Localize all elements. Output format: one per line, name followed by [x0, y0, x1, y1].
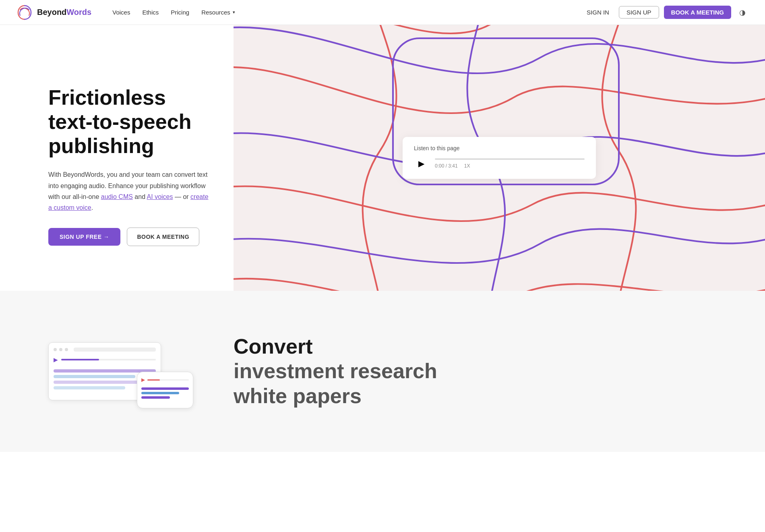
mobile-text-line-3 [141, 396, 170, 399]
browser-text-line-3 [54, 381, 146, 384]
browser-dot-1 [54, 348, 57, 351]
hero-right-visual: Listen to this page ▶ 0:00 / 3:41 1X [234, 25, 765, 291]
signup-free-button[interactable]: SIGN UP FREE → [48, 228, 120, 246]
hero-title: Frictionless text-to-speech publishing [48, 86, 209, 158]
browser-text-line-4 [54, 386, 125, 389]
logo-icon [16, 4, 33, 21]
convert-rest-line2: white papers [234, 383, 717, 408]
audio-time: 0:00 / 3:41 1X [435, 163, 585, 169]
nav-ethics[interactable]: Ethics [137, 6, 163, 18]
browser-top-bar [54, 348, 156, 352]
hero-section: Frictionless text-to-speech publishing W… [0, 25, 765, 291]
section2: ▶ ▶ [0, 291, 765, 452]
signin-button[interactable]: SIGN IN [582, 6, 614, 18]
audio-time-current: 0:00 / 3:41 [435, 163, 458, 169]
audio-player-title: Listen to this page [414, 145, 585, 151]
browser-url-bar [74, 348, 156, 352]
play-button[interactable]: ▶ [414, 156, 428, 171]
audio-cms-link[interactable]: audio CMS [101, 193, 133, 200]
signup-button[interactable]: SIGN UP [619, 6, 659, 19]
mobile-text-lines [141, 385, 189, 403]
browser-address-bar [74, 348, 156, 352]
browser-progress-bar [61, 359, 156, 360]
audio-speed[interactable]: 1X [464, 163, 470, 169]
nav-links: Voices Ethics Pricing Resources ▾ [108, 6, 582, 18]
section2-convert-line: Convert [234, 334, 717, 358]
navbar: BeyondWords Voices Ethics Pricing Resour… [0, 0, 765, 25]
nav-resources[interactable]: Resources ▾ [196, 6, 240, 18]
hero-buttons: SIGN UP FREE → BOOK A MEETING [48, 228, 209, 246]
chevron-down-icon: ▾ [233, 10, 235, 15]
browser-progress-fill [61, 359, 99, 360]
book-meeting-button[interactable]: BOOK A MEETING [664, 6, 731, 19]
audio-player-card: Listen to this page ▶ 0:00 / 3:41 1X [403, 137, 596, 179]
mobile-mockup: ▶ [137, 372, 193, 408]
logo-link[interactable]: BeyondWords [16, 4, 91, 21]
browser-play-icon[interactable]: ▶ [54, 356, 58, 363]
nav-voices[interactable]: Voices [108, 6, 135, 18]
audio-player-controls: ▶ 0:00 / 3:41 1X [414, 156, 585, 171]
section2-text: Convert investment research white papers [234, 334, 717, 409]
mobile-player-row: ▶ [141, 377, 189, 383]
audio-progress: 0:00 / 3:41 1X [435, 158, 585, 169]
convert-label: Convert [234, 335, 312, 358]
audio-progress-bar [435, 158, 585, 160]
mobile-text-line-2 [141, 392, 179, 394]
mobile-text-line-1 [141, 387, 189, 390]
browser-dot-3 [65, 348, 68, 351]
mobile-play-icon[interactable]: ▶ [141, 377, 145, 383]
browser-player-row: ▶ [54, 356, 156, 363]
mobile-progress-bar [147, 379, 189, 381]
nav-pricing[interactable]: Pricing [166, 6, 194, 18]
nav-right: SIGN IN SIGN UP BOOK A MEETING ◑ [582, 6, 749, 19]
section2-visual: ▶ ▶ [48, 342, 201, 400]
logo-text: BeyondWords [37, 8, 91, 17]
book-meeting-hero-button[interactable]: BOOK A MEETING [127, 228, 199, 246]
hero-description: With BeyondWords, you and your team can … [48, 169, 209, 213]
browser-dot-2 [59, 348, 62, 351]
mobile-progress-fill [147, 379, 160, 381]
convert-rest-line1: investment research [234, 358, 717, 383]
theme-toggle-button[interactable]: ◑ [736, 6, 749, 19]
hero-left: Frictionless text-to-speech publishing W… [0, 25, 234, 291]
browser-text-line-2 [54, 375, 135, 378]
ai-voices-link[interactable]: AI voices [147, 193, 173, 200]
